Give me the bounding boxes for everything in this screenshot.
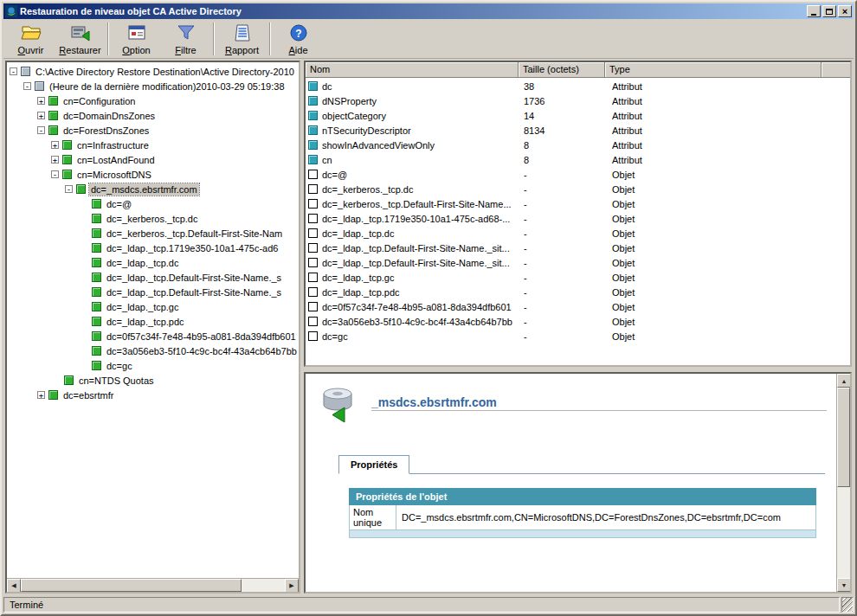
cell-type: Objet <box>605 287 850 298</box>
tree-item[interactable]: dc=_kerberos._tcp.Default-First-Site-Nam <box>7 226 299 241</box>
scroll-down-button[interactable]: ▼ <box>837 578 851 592</box>
tree-item[interactable]: dc=_kerberos._tcp.dc <box>7 211 299 226</box>
details-vertical-scrollbar[interactable]: ▲ ▼ <box>836 374 850 592</box>
cell-name-text: showInAdvancedViewOnly <box>322 140 435 151</box>
scroll-left-button[interactable]: ◀ <box>7 579 21 593</box>
list-row[interactable]: dc=@-Objet <box>306 167 850 182</box>
open-button[interactable]: Ouvrir <box>6 21 55 57</box>
node-icon <box>92 302 101 311</box>
scroll-right-button[interactable]: ▶ <box>285 579 299 593</box>
collapse-icon[interactable]: - <box>51 170 59 178</box>
node-icon <box>48 111 58 120</box>
cell-name-text: dc=_kerberos._tcp.dc <box>322 184 413 195</box>
tree-item[interactable]: dc=_ldap._tcp.Default-First-Site-Name._s <box>7 285 299 299</box>
tree-item[interactable]: dc=3a056eb3-5f10-4c9c-bc4f-43a4cb64b7bb <box>7 343 299 358</box>
tree-item[interactable]: -dc=_msdcs.ebsrtmfr.com <box>7 182 299 196</box>
attribute-icon <box>308 81 318 91</box>
cell-name: dc=3a056eb3-5f10-4c9c-bc4f-43a4cb64b7bb <box>306 317 519 327</box>
tree-item[interactable]: +dc=DomainDnsZones <box>7 108 299 123</box>
tree-item[interactable]: -(Heure de la dernière modification)2010… <box>7 79 299 93</box>
list-row[interactable]: dc=0f57c34f-7e48-4b95-a081-8da394dfb601-… <box>306 299 850 314</box>
tree-item[interactable]: dc=_ldap._tcp.1719e350-10a1-475c-ad6 <box>7 241 299 255</box>
cell-name-text: dc=@ <box>322 170 347 180</box>
tab-proprietes[interactable]: Propriétés <box>338 455 409 474</box>
help-button[interactable]: ? Aide <box>274 21 323 57</box>
attribute-icon <box>308 125 318 135</box>
column-header-type[interactable]: Type <box>605 62 822 78</box>
titlebar[interactable]: Restauration de niveau objet CA Active D… <box>3 3 854 19</box>
tree-item[interactable]: dc=_ldap._tcp.gc <box>7 299 299 314</box>
tree-item[interactable]: dc=_ldap._tcp.pdc <box>7 314 299 329</box>
tree-item[interactable]: dc=_ldap._tcp.Default-First-Site-Name._s <box>7 270 299 285</box>
scroll-thumb[interactable] <box>837 388 850 487</box>
tree-item[interactable]: -C:\Active Directory Restore Destination… <box>7 64 299 79</box>
maximize-button[interactable] <box>822 5 836 17</box>
tree-item[interactable]: -cn=MicrosoftDNS <box>7 167 299 182</box>
filter-button[interactable]: Filtre <box>161 21 210 57</box>
collapse-icon[interactable]: - <box>37 126 45 134</box>
cell-type: Objet <box>605 170 850 180</box>
expand-icon[interactable]: + <box>37 112 45 119</box>
list-row[interactable]: cn8Attribut <box>306 152 850 167</box>
column-header-taille[interactable]: Taille (octets) <box>519 62 605 78</box>
list-row[interactable]: dc=3a056eb3-5f10-4c9c-bc4f-43a4cb64b7bb-… <box>306 314 850 329</box>
resize-grip[interactable] <box>841 597 854 613</box>
cell-name: dc=gc <box>306 331 519 342</box>
list-row[interactable]: dc=_kerberos._tcp.Default-First-Site-Nam… <box>306 196 850 211</box>
list-row[interactable]: dc=_ldap._tcp.pdc-Objet <box>306 285 850 299</box>
tree-item-label: dc=_ldap._tcp.pdc <box>105 316 186 328</box>
scroll-up-button[interactable]: ▲ <box>837 374 851 388</box>
report-button[interactable]: Rapport <box>217 21 267 57</box>
tree-item[interactable]: +dc=ebsrtmfr <box>7 388 299 402</box>
list-header: Nom Taille (octets) Type <box>306 62 850 78</box>
tree-item[interactable]: +cn=Configuration <box>7 93 299 108</box>
list-row[interactable]: dc=_ldap._tcp.gc-Objet <box>306 270 850 285</box>
collapse-icon[interactable]: - <box>10 67 17 75</box>
node-icon <box>92 199 101 209</box>
list-row[interactable]: dc38Attribut <box>306 79 850 93</box>
tree-item[interactable]: dc=gc <box>7 358 299 373</box>
list-row[interactable]: dc=_ldap._tcp.Default-First-Site-Name._s… <box>306 241 850 255</box>
list-row[interactable]: dNSProperty1736Attribut <box>306 93 850 108</box>
collapse-icon[interactable]: - <box>23 82 31 90</box>
tree-item[interactable]: dc=_ldap._tcp.dc <box>7 255 299 270</box>
list-row[interactable]: dc=_ldap._tcp.dc-Objet <box>306 226 850 241</box>
tree-item[interactable]: +cn=Infrastructure <box>7 138 299 152</box>
option-button[interactable]: Option <box>112 21 161 57</box>
expand-icon[interactable]: + <box>37 391 45 399</box>
tree-pane: -C:\Active Directory Restore Destination… <box>5 61 300 594</box>
help-icon: ? <box>288 22 309 44</box>
scroll-track[interactable] <box>837 388 850 578</box>
collapse-icon[interactable]: - <box>65 185 73 193</box>
expand-icon[interactable]: + <box>37 97 45 105</box>
expand-icon[interactable]: + <box>51 141 59 149</box>
node-icon <box>92 317 101 326</box>
tree-horizontal-scrollbar[interactable]: ◀ ▶ <box>7 578 299 592</box>
list-row[interactable]: objectCategory14Attribut <box>306 108 850 123</box>
column-header-nom[interactable]: Nom <box>306 62 519 78</box>
tree-item[interactable]: cn=NTDS Quotas <box>7 373 299 388</box>
tree-item[interactable]: dc=@ <box>7 196 299 211</box>
cell-name: dc <box>306 81 519 92</box>
tree-item-label: dc=_ldap._tcp.gc <box>105 301 180 313</box>
close-button[interactable]: × <box>838 5 852 17</box>
list-row[interactable]: dc=gc-Objet <box>306 329 850 343</box>
filter-button-label: Filtre <box>175 45 196 55</box>
list-row[interactable]: dc=_ldap._tcp.Default-First-Site-Name._s… <box>306 255 850 270</box>
list-row[interactable]: dc=_ldap._tcp.1719e350-10a1-475c-ad68-..… <box>306 211 850 226</box>
expand-icon[interactable]: + <box>51 156 59 164</box>
cell-type: Attribut <box>605 155 850 165</box>
minimize-button[interactable] <box>807 5 821 17</box>
restore-button[interactable]: Restaurer <box>55 21 105 57</box>
list-row[interactable]: dc=_kerberos._tcp.dc-Objet <box>306 182 850 196</box>
list-row[interactable]: showInAdvancedViewOnly8Attribut <box>306 138 850 152</box>
list-row[interactable]: nTSecurityDescriptor8134Attribut <box>306 123 850 138</box>
toolbar-separator <box>107 22 109 55</box>
cell-size: - <box>519 243 605 253</box>
tree-item[interactable]: -dc=ForestDnsZones <box>7 123 299 138</box>
scroll-thumb[interactable] <box>21 579 242 592</box>
tree-item[interactable]: dc=0f57c34f-7e48-4b95-a081-8da394dfb601 <box>7 329 299 343</box>
cell-name: dNSProperty <box>306 96 519 106</box>
scroll-track[interactable] <box>21 579 285 592</box>
tree-item[interactable]: +cn=LostAndFound <box>7 152 299 167</box>
